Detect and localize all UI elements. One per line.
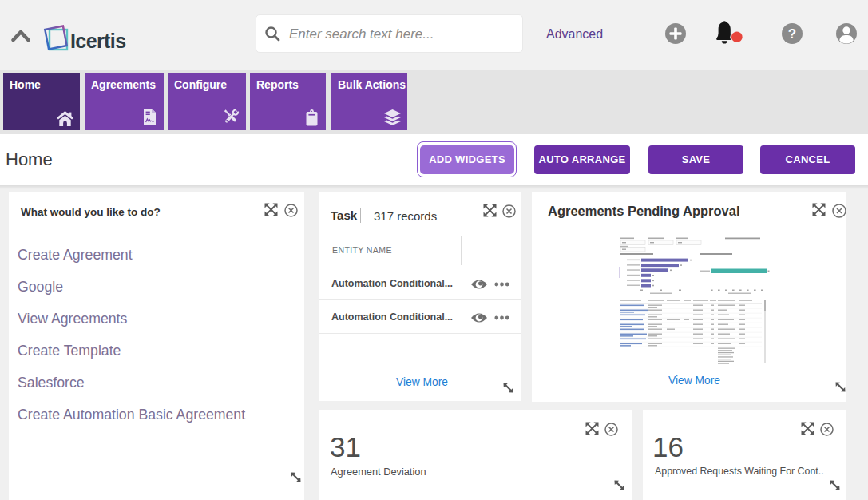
svg-text:?: ? [788,26,796,42]
